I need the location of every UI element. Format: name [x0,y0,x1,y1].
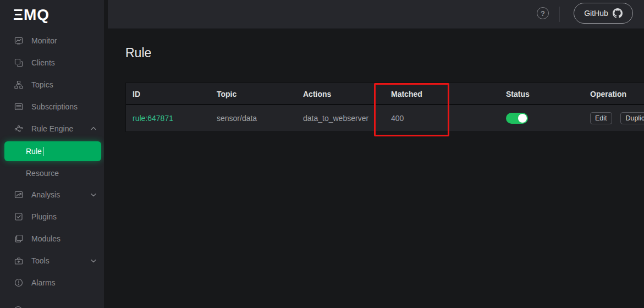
rule-matched-cell: 400 [384,114,499,123]
github-button-label: GitHub [584,9,608,18]
subscriptions-icon [14,102,23,111]
page-title: Rule [125,46,151,61]
tools-icon [14,256,23,265]
status-toggle[interactable] [506,113,528,124]
column-header-id: ID [126,83,210,104]
edit-button[interactable]: Edit [590,112,612,124]
column-header-status: Status [499,83,584,104]
chevron-down-icon [90,191,97,198]
analysis-icon [14,190,23,199]
sidebar-item-label: Tools [31,256,49,265]
sidebar-item-label: Clients [31,58,55,67]
sidebar-item-topics[interactable]: Topics [0,74,108,96]
text-cursor [43,147,44,156]
sidebar-item-clients[interactable]: Clients [0,52,108,74]
sidebar-item-label: Analysis [31,190,60,199]
sidebar-item-modules[interactable]: Modules [0,228,108,250]
emq-logo: ΞMQ [0,0,108,30]
main-content: Rule ID Topic Actions Matched Status Ope… [108,29,644,308]
sidebar-item-plugins[interactable]: Plugins [0,206,108,228]
rule-topic-cell: sensor/data [210,114,296,123]
sidebar-subitem-label: Resource [26,169,59,178]
sidebar-item-label: Monitor [31,36,57,45]
plugins-icon [14,212,23,221]
rule-id-link[interactable]: rule:647871 [126,114,210,123]
sidebar-item-label: Rule Engine [31,124,73,133]
duplicate-button[interactable]: Duplicate [620,112,644,124]
rule-table: ID Topic Actions Matched Status Operatio… [125,82,644,132]
sidebar-item-label: Modules [31,234,60,243]
sidebar: ΞMQ Monitor Clients Topics Subscriptions… [0,0,108,308]
github-icon [613,8,623,18]
rule-actions-cell: data_to_webserver [296,114,384,123]
monitor-icon [14,36,23,45]
clipped-next-item-icon [14,304,23,308]
chevron-down-icon [90,257,97,264]
sidebar-item-subscriptions[interactable]: Subscriptions [0,96,108,118]
modules-icon [14,234,23,243]
chevron-up-icon [90,125,97,132]
column-header-matched: Matched [384,83,499,104]
topbar-divider [559,7,560,22]
sidebar-subitem-label: Rule [26,147,42,156]
clients-icon [14,58,23,67]
topics-icon [14,80,23,89]
topbar: ? GitHub [108,0,644,29]
sidebar-item-analysis[interactable]: Analysis [0,184,108,206]
sidebar-item-tools[interactable]: Tools [0,250,108,272]
sidebar-item-rule-engine[interactable]: Rule Engine [0,118,108,140]
table-row: rule:647871 sensor/data data_to_webserve… [126,105,644,131]
column-header-operation: Operation [584,83,644,104]
github-button[interactable]: GitHub [574,3,633,24]
sidebar-item-monitor[interactable]: Monitor [0,30,108,52]
sidebar-item-label: Topics [31,80,53,89]
sidebar-subitem-rule[interactable]: Rule [4,141,101,161]
sidebar-subitem-resource[interactable]: Resource [0,163,108,184]
status-toggle-knob [518,114,527,123]
alarm-icon [14,278,23,287]
help-glyph: ? [541,9,545,18]
sidebar-item-label: Subscriptions [31,102,78,111]
rule-engine-icon [14,124,23,133]
sidebar-item-label: Plugins [31,212,57,221]
sidebar-item-label: Alarms [31,278,56,287]
help-icon[interactable]: ? [537,7,549,19]
emq-logo-text: ΞMQ [13,6,49,24]
column-header-actions: Actions [296,83,384,104]
column-header-topic: Topic [210,83,296,104]
sidebar-item-alarms[interactable]: Alarms [0,272,108,294]
table-header-row: ID Topic Actions Matched Status Operatio… [126,83,644,105]
